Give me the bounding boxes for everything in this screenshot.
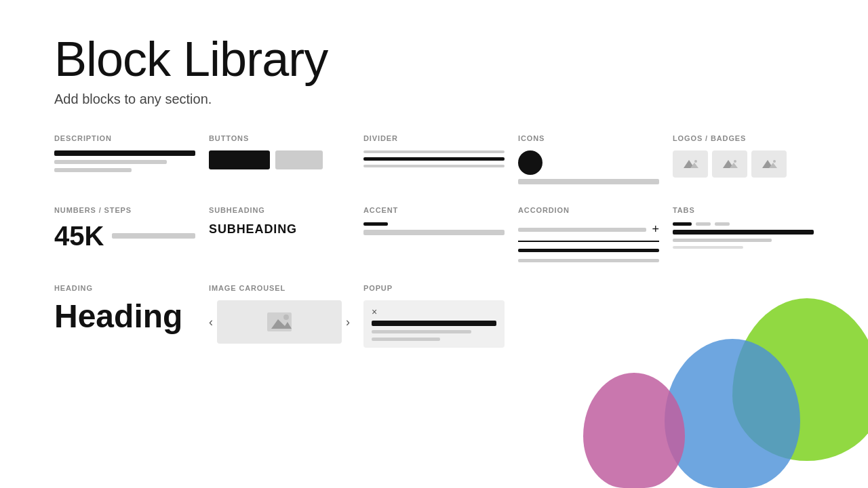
- divider-line-3: [363, 165, 505, 167]
- block-numbers[interactable]: NUMBERS / STEPS 45K: [54, 206, 195, 262]
- buttons-row: [209, 150, 350, 169]
- svg-point-8: [773, 160, 776, 163]
- carousel-container: ‹ ›: [209, 300, 350, 344]
- block-preview-tabs: [673, 222, 814, 249]
- number-value: 45K: [54, 222, 104, 249]
- tab-light-1: [696, 222, 711, 226]
- block-preview-heading: Heading: [54, 300, 195, 333]
- tab-light-2: [715, 222, 730, 226]
- block-label-carousel: IMAGE CAROUSEL: [209, 284, 350, 292]
- carousel-image-box: [217, 300, 342, 344]
- popup-close-icon[interactable]: ×: [372, 307, 496, 317]
- logo-badge-1: [673, 150, 708, 178]
- empty-cell-2: [673, 284, 814, 348]
- heading-text: Heading: [54, 300, 195, 333]
- carousel-next-arrow[interactable]: ›: [346, 315, 350, 329]
- block-preview-logos: [673, 150, 814, 178]
- block-tabs[interactable]: TABS: [673, 206, 814, 262]
- block-label-logos: LOGOS / BADGES: [673, 134, 814, 142]
- block-label-heading: HEADING: [54, 284, 195, 292]
- block-label-accordion: ACCORDION: [518, 206, 659, 214]
- block-carousel[interactable]: IMAGE CAROUSEL ‹ ›: [209, 284, 350, 348]
- subheading-text: SUBHEADING: [209, 222, 350, 237]
- mountain-icon-3: [760, 157, 778, 171]
- divider-line-1: [363, 150, 505, 153]
- empty-cell-1: [518, 284, 659, 348]
- block-preview-description: [54, 150, 195, 172]
- block-accent[interactable]: ACCENT: [363, 206, 505, 262]
- carousel-prev-arrow[interactable]: ‹: [209, 315, 213, 329]
- mountain-icon-2: [720, 157, 739, 171]
- block-preview-accent: [363, 222, 505, 235]
- block-label-numbers: NUMBERS / STEPS: [54, 206, 195, 214]
- blocks-row-3: HEADING Heading IMAGE CAROUSEL ‹: [54, 284, 814, 348]
- mountain-icon-1: [681, 157, 700, 171]
- block-preview-numbers: 45K: [54, 222, 195, 249]
- block-label-divider: DIVIDER: [363, 134, 505, 142]
- block-label-tabs: TABS: [673, 206, 814, 214]
- accordion-row: +: [518, 222, 659, 242]
- block-preview-popup: ×: [363, 300, 505, 348]
- tabs-line-light: [673, 239, 772, 242]
- block-description[interactable]: DESCRIPTION: [54, 134, 195, 184]
- button-dark-preview: [209, 150, 270, 169]
- divider-line-2: [363, 157, 505, 161]
- popup-line-2: [372, 338, 440, 341]
- svg-point-5: [734, 160, 736, 163]
- block-preview-icons: [518, 150, 659, 184]
- blocks-row-1: DESCRIPTION BUTTONS DIVIDER: [54, 134, 814, 184]
- block-label-description: DESCRIPTION: [54, 134, 195, 142]
- blob-pink: [583, 373, 685, 488]
- icon-bar-preview: [518, 179, 659, 184]
- accordion-line-2: [518, 249, 659, 252]
- block-buttons[interactable]: BUTTONS: [209, 134, 350, 184]
- block-preview-accordion: +: [518, 222, 659, 262]
- accent-light-line: [363, 230, 505, 235]
- blocks-row-2: NUMBERS / STEPS 45K SUBHEADING SUBHEADIN…: [54, 206, 814, 262]
- block-divider[interactable]: DIVIDER: [363, 134, 505, 184]
- block-preview-subheading: SUBHEADING: [209, 222, 350, 237]
- tab-dark: [673, 222, 692, 226]
- page-title: Block Library: [54, 33, 814, 86]
- block-label-icons: ICONS: [518, 134, 659, 142]
- tabs-row: [673, 222, 814, 226]
- block-logos[interactable]: LOGOS / BADGES: [673, 134, 814, 184]
- popup-title-bar: [372, 321, 496, 326]
- logos-row: [673, 150, 814, 178]
- logo-badge-3: [751, 150, 787, 178]
- block-icons[interactable]: ICONS: [518, 134, 659, 184]
- tabs-line-lighter: [673, 246, 743, 249]
- desc-line-1: [54, 150, 195, 156]
- desc-line-2: [54, 160, 167, 164]
- tabs-line-dark: [673, 230, 814, 235]
- logo-badge-2: [712, 150, 747, 178]
- accent-dark-line: [363, 222, 388, 226]
- block-label-subheading: SUBHEADING: [209, 206, 350, 214]
- icon-circle-preview: [518, 150, 542, 175]
- accordion-bar: [518, 228, 646, 232]
- desc-line-3: [54, 168, 132, 172]
- block-label-buttons: BUTTONS: [209, 134, 350, 142]
- page-content: Block Library Add blocks to any section.…: [0, 0, 868, 380]
- accordion-plus-icon: +: [652, 222, 659, 237]
- block-accordion[interactable]: ACCORDION +: [518, 206, 659, 262]
- popup-box: ×: [363, 300, 505, 348]
- carousel-image-icon: [266, 311, 293, 333]
- block-label-accent: ACCENT: [363, 206, 505, 214]
- svg-point-2: [694, 160, 697, 163]
- popup-line-1: [372, 330, 471, 333]
- block-popup[interactable]: POPUP ×: [363, 284, 505, 348]
- svg-point-11: [283, 314, 289, 320]
- accordion-line-3: [518, 259, 659, 262]
- numbers-row: 45K: [54, 222, 195, 249]
- button-light-preview: [275, 150, 323, 169]
- block-preview-carousel: ‹ ›: [209, 300, 350, 344]
- number-bar: [112, 233, 195, 239]
- block-preview-buttons: [209, 150, 350, 169]
- block-heading[interactable]: HEADING Heading: [54, 284, 195, 348]
- block-subheading[interactable]: SUBHEADING SUBHEADING: [209, 206, 350, 262]
- block-label-popup: POPUP: [363, 284, 505, 292]
- block-preview-divider: [363, 150, 505, 167]
- page-subtitle: Add blocks to any section.: [54, 92, 814, 107]
